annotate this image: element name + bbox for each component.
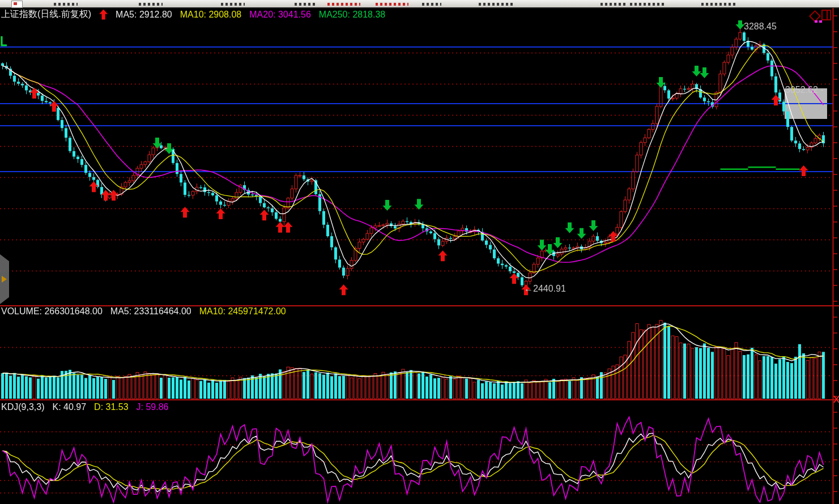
volume-ma10-value: MA10: 245971472.00 [199,306,286,317]
kdj-d-value: D: 31.53 [94,402,128,412]
boxed-price-label: 3052.62 - [785,85,824,95]
up-arrow-icon [99,10,108,20]
volume-value: VOLUME: 266301648.00 [1,306,103,317]
dots-indicator [815,20,824,23]
chart-canvas[interactable] [0,0,839,504]
volume-ma5-value: MA5: 233116464.00 [110,306,191,317]
kdj-k-value: K: 40.97 [52,402,86,412]
kdj-indicator-label: KDJ(9,3,3) [1,402,44,412]
expand-arrow-icon [2,276,7,283]
trading-app-window: 上证指数(日线.前复权) MA5: 2912.80 MA10: 2908.08 … [0,0,839,504]
split-window-icon[interactable] [821,10,831,20]
ma250-value: MA250: 2818.38 [319,10,385,20]
price-panel-header: 上证指数(日线.前复权) MA5: 2912.80 MA10: 2908.08 … [1,8,385,20]
trough-price-label: ←2440.91 [524,284,566,294]
volume-panel-header: VOLUME: 266301648.00 MA5: 233116464.00 M… [1,306,286,317]
kdj-j-value: J: 59.86 [137,402,169,412]
kdj-panel-header: KDJ(9,3,3) K: 40.97 D: 31.53 J: 59.86 [1,402,169,412]
ma5-value: MA5: 2912.80 [116,10,172,20]
ma10-value: MA10: 2908.08 [180,10,242,20]
ma20-value: MA20: 3041.56 [249,10,311,20]
instrument-title: 上证指数(日线.前复权) [1,8,91,20]
peak-price-label: 3288.45 [744,22,777,32]
sidebar-expand-handle[interactable] [0,254,9,304]
